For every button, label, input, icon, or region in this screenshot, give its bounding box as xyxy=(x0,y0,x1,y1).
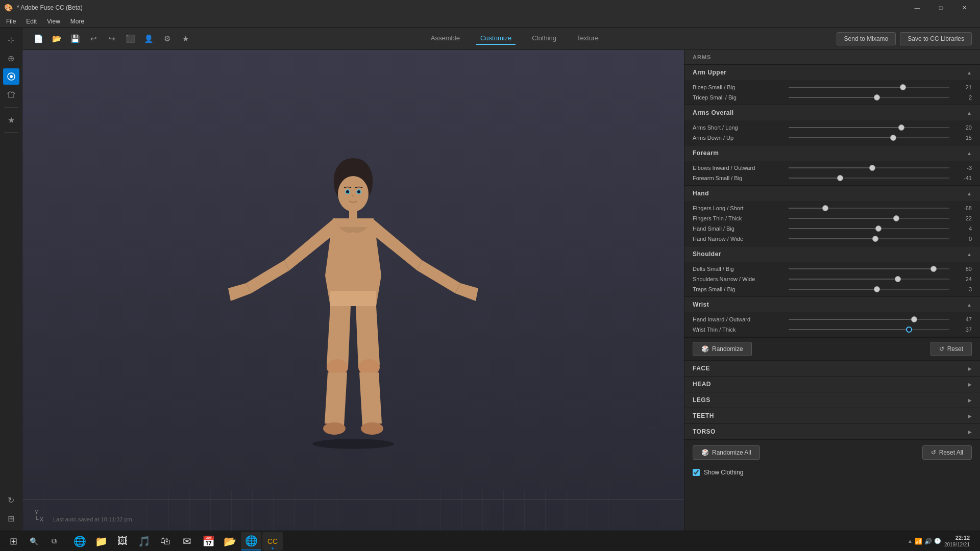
star-button[interactable]: ★ xyxy=(178,31,193,46)
section-torso[interactable]: TORSO ▶ xyxy=(684,424,980,440)
shoulder-header[interactable]: Shoulder ▲ xyxy=(684,246,980,262)
section-head[interactable]: HEAD ▶ xyxy=(684,377,980,392)
tool-star[interactable]: ★ xyxy=(3,112,19,128)
taskbar-left: ⊞ 🔍 ⧉ 🌐 📁 🖼 🎵 🛍 ✉ 📅 📂 🌐 CC xyxy=(4,532,283,550)
hand-narrow-track[interactable] xyxy=(789,238,949,240)
undo-button[interactable]: ↩ xyxy=(86,31,101,46)
fingers-thick-thumb[interactable] xyxy=(893,215,899,221)
systray-clock-icon[interactable]: 🕐 xyxy=(934,538,941,544)
cube-button[interactable]: ⬛ xyxy=(122,31,138,46)
settings-button[interactable]: ⚙ xyxy=(159,31,175,46)
fingers-thick-track[interactable] xyxy=(789,217,949,219)
delts-thumb[interactable] xyxy=(930,266,937,272)
new-button[interactable]: 📄 xyxy=(31,31,46,46)
taskbar-mail[interactable]: ✉ xyxy=(177,532,197,550)
shoulders-wide-thumb[interactable] xyxy=(895,276,901,282)
bicep-track[interactable] xyxy=(789,86,949,88)
menu-file[interactable]: File xyxy=(2,17,20,26)
tool-customize[interactable] xyxy=(3,68,19,85)
section-legs[interactable]: LEGS ▶ xyxy=(684,392,980,408)
arm-short-long-thumb[interactable] xyxy=(898,124,904,131)
taskbar-chrome[interactable]: 🌐 xyxy=(241,532,261,550)
taskbar-file-explorer[interactable]: 📁 xyxy=(91,532,111,550)
traps-track[interactable] xyxy=(789,288,949,290)
show-clothing-label[interactable]: Show Clothing xyxy=(704,469,743,476)
tool-move[interactable]: ⊕ xyxy=(3,50,19,66)
hand-inward-thumb[interactable] xyxy=(911,316,917,322)
save-button[interactable]: 💾 xyxy=(67,31,83,46)
show-desktop-button[interactable] xyxy=(973,532,976,550)
tool-select[interactable]: ⊹ xyxy=(3,32,19,48)
forearm-size-thumb[interactable] xyxy=(837,175,843,181)
open-button[interactable]: 📂 xyxy=(49,31,64,46)
close-button[interactable]: ✕ xyxy=(952,0,976,15)
maximize-button[interactable]: □ xyxy=(929,0,952,15)
elbows-track[interactable] xyxy=(789,167,949,169)
tab-clothing[interactable]: Clothing xyxy=(528,32,560,45)
tricep-thumb[interactable] xyxy=(874,94,880,101)
hand-narrow-thumb[interactable] xyxy=(872,236,878,242)
delts-track[interactable] xyxy=(789,268,949,270)
traps-thumb[interactable] xyxy=(874,286,880,292)
elbows-thumb[interactable] xyxy=(869,165,875,171)
wrist-header[interactable]: Wrist ▲ xyxy=(684,297,980,312)
taskbar-fuse[interactable]: CC xyxy=(262,532,283,550)
taskbar-groove[interactable]: 🎵 xyxy=(134,532,154,550)
start-button[interactable]: ⊞ xyxy=(4,532,22,550)
tool-clothing[interactable] xyxy=(3,87,19,103)
redo-button[interactable]: ↪ xyxy=(104,31,119,46)
forearm-header[interactable]: Forearm ▲ xyxy=(684,145,980,161)
hand-size-track[interactable] xyxy=(789,228,949,230)
arms-down-up-thumb[interactable] xyxy=(890,135,896,141)
tab-assemble[interactable]: Assemble xyxy=(427,32,464,45)
hand-header[interactable]: Hand ▲ xyxy=(684,186,980,201)
shoulders-wide-track[interactable] xyxy=(789,278,949,280)
systray-network[interactable]: 📶 xyxy=(915,538,922,545)
panel-scroll[interactable]: Arm Upper ▲ Bicep Small / Big xyxy=(684,65,980,531)
taskbar-edge[interactable]: 🌐 xyxy=(69,532,90,550)
systray-volume[interactable]: 🔊 xyxy=(924,538,932,545)
viewport[interactable]: Y └ X Last auto-saved at 10:11:32 pm xyxy=(22,50,684,531)
arm-short-long-track[interactable] xyxy=(789,127,949,129)
show-clothing-checkbox[interactable] xyxy=(693,469,700,476)
randomize-button[interactable]: 🎲 Randomize xyxy=(693,342,752,356)
wrist-thick-thumb[interactable] xyxy=(906,327,912,333)
task-view-button[interactable]: ⧉ xyxy=(45,532,63,550)
arms-down-up-track[interactable] xyxy=(789,137,949,139)
menu-edit[interactable]: Edit xyxy=(22,17,41,26)
tool-zoom[interactable]: ⊞ xyxy=(3,510,19,527)
section-teeth[interactable]: TEETH ▶ xyxy=(684,408,980,424)
hand-inward-track[interactable] xyxy=(789,318,949,320)
search-button[interactable]: 🔍 xyxy=(24,532,43,550)
menu-more[interactable]: More xyxy=(66,17,88,26)
section-face[interactable]: FACE ▶ xyxy=(684,361,980,377)
figure-button[interactable]: 👤 xyxy=(141,31,156,46)
taskbar-time[interactable]: 22:12 2019/12/21 xyxy=(944,534,970,548)
reset-all-button[interactable]: ↺ Reset All xyxy=(922,445,972,460)
arm-short-long-value: 20 xyxy=(953,124,972,131)
taskbar-store[interactable]: 🛍 xyxy=(155,532,176,550)
tool-rotate[interactable]: ↻ xyxy=(3,492,19,508)
save-to-cc-button[interactable]: Save to CC Libraries xyxy=(900,32,972,45)
titlebar-controls: — □ ✕ xyxy=(905,0,976,15)
wrist-thick-track[interactable] xyxy=(789,329,949,331)
minimize-button[interactable]: — xyxy=(905,0,929,15)
fingers-long-thumb[interactable] xyxy=(822,205,828,211)
randomize-all-button[interactable]: 🎲 Randomize All xyxy=(693,445,760,460)
reset-button[interactable]: ↺ Reset xyxy=(930,342,972,356)
systray-arrow[interactable]: ▲ xyxy=(908,538,913,544)
arms-overall-header[interactable]: Arms Overall ▲ xyxy=(684,105,980,120)
section-arm-upper-header[interactable]: Arm Upper ▲ xyxy=(684,65,980,80)
forearm-size-track[interactable] xyxy=(789,177,949,179)
taskbar-photos[interactable]: 🖼 xyxy=(112,532,133,550)
taskbar-calendar[interactable]: 📅 xyxy=(198,532,218,550)
bicep-thumb[interactable] xyxy=(900,84,906,90)
tricep-track[interactable] xyxy=(789,96,949,98)
fingers-long-track[interactable] xyxy=(789,207,949,209)
send-to-mixamo-button[interactable]: Send to Mixamo xyxy=(837,32,896,45)
tab-texture[interactable]: Texture xyxy=(573,32,603,45)
tab-customize[interactable]: Customize xyxy=(476,32,516,45)
menu-view[interactable]: View xyxy=(43,17,64,26)
hand-size-thumb[interactable] xyxy=(875,226,881,232)
taskbar-folder[interactable]: 📂 xyxy=(219,532,240,550)
